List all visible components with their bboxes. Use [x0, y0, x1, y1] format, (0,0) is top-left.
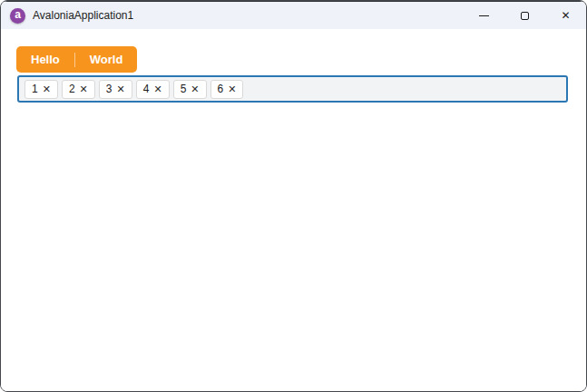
tag-input-box[interactable]: 1 ✕ 2 ✕ 3 ✕ 4 ✕ 5 ✕ 6 ✕ — [17, 75, 568, 103]
titlebar[interactable]: a AvaloniaApplication1 ✕ — [1, 1, 586, 29]
close-button[interactable]: ✕ — [545, 2, 586, 29]
chip-close-icon[interactable]: ✕ — [228, 84, 236, 94]
tab-strip: Hello World — [16, 46, 137, 73]
chip-close-icon[interactable]: ✕ — [153, 84, 161, 94]
tag-chip-label: 6 — [218, 83, 224, 94]
tag-chip-label: 1 — [32, 83, 38, 94]
close-icon: ✕ — [561, 10, 570, 21]
tag-chip-5: 5 ✕ — [173, 80, 207, 99]
avalonia-logo-letter: a — [15, 9, 21, 20]
tab-world[interactable]: World — [75, 46, 138, 73]
chip-close-icon[interactable]: ✕ — [191, 84, 199, 94]
tag-chip-3: 3 ✕ — [99, 80, 132, 99]
avalonia-logo-icon: a — [10, 8, 25, 24]
tag-chip-1: 1 ✕ — [24, 80, 58, 99]
minimize-button[interactable] — [464, 2, 504, 29]
window-content: Hello World 1 ✕ 2 ✕ 3 ✕ 4 ✕ 5 ✕ — [1, 29, 586, 392]
tag-chip-2: 2 ✕ — [62, 80, 95, 99]
window-controls: ✕ — [464, 2, 586, 29]
app-window: a AvaloniaApplication1 ✕ Hello World 1 ✕ — [0, 0, 587, 392]
tag-chip-6: 6 ✕ — [210, 80, 244, 99]
minimize-icon — [479, 15, 489, 16]
tag-chip-label: 2 — [69, 83, 75, 94]
tag-chip-label: 4 — [143, 83, 150, 94]
tag-chip-label: 5 — [181, 83, 187, 94]
tab-hello[interactable]: Hello — [16, 46, 74, 73]
chip-close-icon[interactable]: ✕ — [43, 84, 51, 94]
window-title: AvaloniaApplication1 — [33, 9, 133, 22]
tag-chip-4: 4 ✕ — [136, 80, 170, 99]
maximize-icon — [521, 12, 529, 20]
maximize-button[interactable] — [504, 2, 545, 29]
chip-close-icon[interactable]: ✕ — [80, 84, 88, 94]
tag-chip-label: 3 — [106, 83, 113, 94]
chip-close-icon[interactable]: ✕ — [117, 84, 125, 94]
